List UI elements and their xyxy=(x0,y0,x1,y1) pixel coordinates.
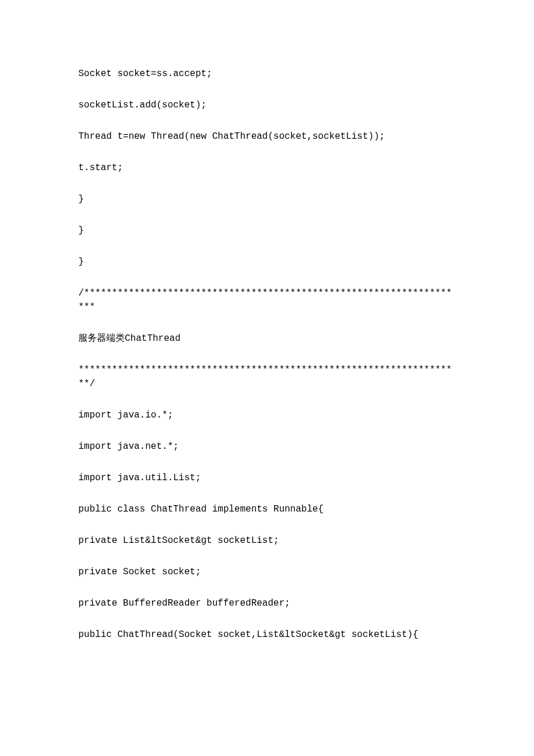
code-line: private Socket socket; xyxy=(78,565,456,579)
code-line: import java.io.*; xyxy=(78,408,456,422)
code-line: public class ChatThread implements Runna… xyxy=(78,502,456,516)
code-line: } xyxy=(78,224,456,237)
code-line: t.start; xyxy=(78,161,456,175)
code-line: private List&ltSocket&gt socketList; xyxy=(78,534,456,548)
code-line: Socket socket=ss.accept; xyxy=(78,67,456,81)
code-line: import java.util.List; xyxy=(78,471,456,485)
code-line: } xyxy=(78,255,456,269)
code-line: ****************************************… xyxy=(78,363,456,391)
code-line: } xyxy=(78,192,456,206)
code-line: public ChatThread(Socket socket,List&ltS… xyxy=(78,628,456,642)
code-line: 服务器端类ChatThread xyxy=(78,332,456,345)
code-line: /***************************************… xyxy=(78,286,456,314)
code-line: private BufferedReader bufferedReader; xyxy=(78,596,456,610)
code-line: socketList.add(socket); xyxy=(78,98,456,112)
code-line: import java.net.*; xyxy=(78,440,456,453)
document-page: Socket socket=ss.accept; socketList.add(… xyxy=(0,0,534,756)
code-line: Thread t=new Thread(new ChatThread(socke… xyxy=(78,129,456,143)
